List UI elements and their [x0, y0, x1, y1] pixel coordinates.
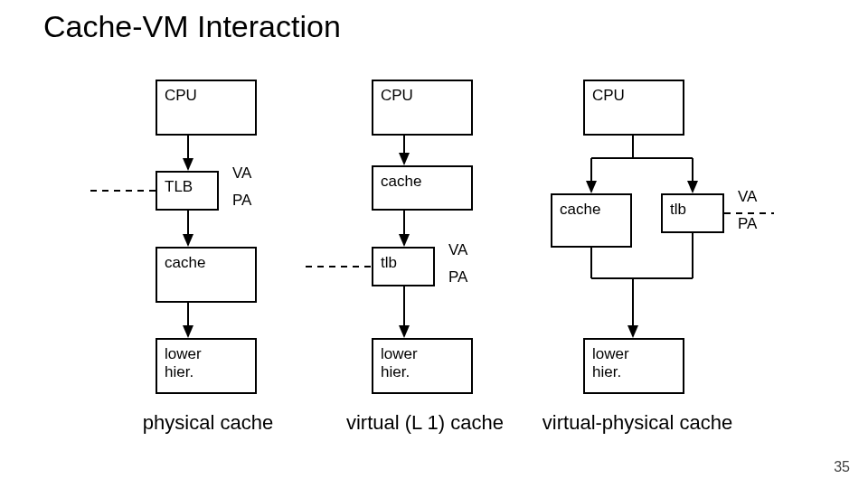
cache-box-col1: cache [156, 247, 257, 303]
pa-label-col2: PA [448, 268, 467, 286]
cache-label: cache [381, 173, 421, 191]
page-title: Cache-VM Interaction [43, 9, 341, 44]
cache-label: cache [165, 254, 205, 272]
caption-col3: virtual-physical cache [529, 411, 746, 435]
tlb-label: TLB [165, 178, 193, 196]
lower-box-col3: lower hier. [583, 338, 684, 394]
va-label-col1: VA [232, 164, 251, 183]
tlb-box-col1: TLB [156, 171, 219, 211]
va-label-col3: VA [738, 188, 757, 206]
pa-label-col1: PA [232, 192, 251, 210]
cache-box-col2: cache [372, 165, 473, 211]
lower-label: lower hier. [165, 345, 202, 380]
cache-box-col3: cache [551, 193, 632, 248]
pa-label-col3: PA [738, 215, 757, 233]
lower-box-col1: lower hier. [156, 338, 257, 394]
tlb-label: tlb [381, 254, 397, 272]
caption-col2: virtual (L 1) cache [335, 411, 515, 435]
cpu-box-col1: CPU [156, 80, 257, 136]
cpu-label: CPU [381, 87, 413, 105]
tlb-label: tlb [670, 201, 686, 219]
lower-box-col2: lower hier. [372, 338, 473, 394]
va-label-col2: VA [448, 241, 467, 259]
lower-label: lower hier. [381, 345, 418, 380]
lower-label: lower hier. [592, 345, 629, 380]
cpu-box-col3: CPU [583, 80, 684, 136]
cpu-label: CPU [592, 87, 625, 105]
cache-label: cache [560, 201, 600, 219]
tlb-box-col3: tlb [661, 193, 724, 233]
cpu-label: CPU [165, 87, 197, 105]
cpu-box-col2: CPU [372, 80, 473, 136]
slide-number: 35 [834, 459, 850, 475]
caption-col1: physical cache [118, 411, 298, 435]
tlb-box-col2: tlb [372, 247, 435, 286]
